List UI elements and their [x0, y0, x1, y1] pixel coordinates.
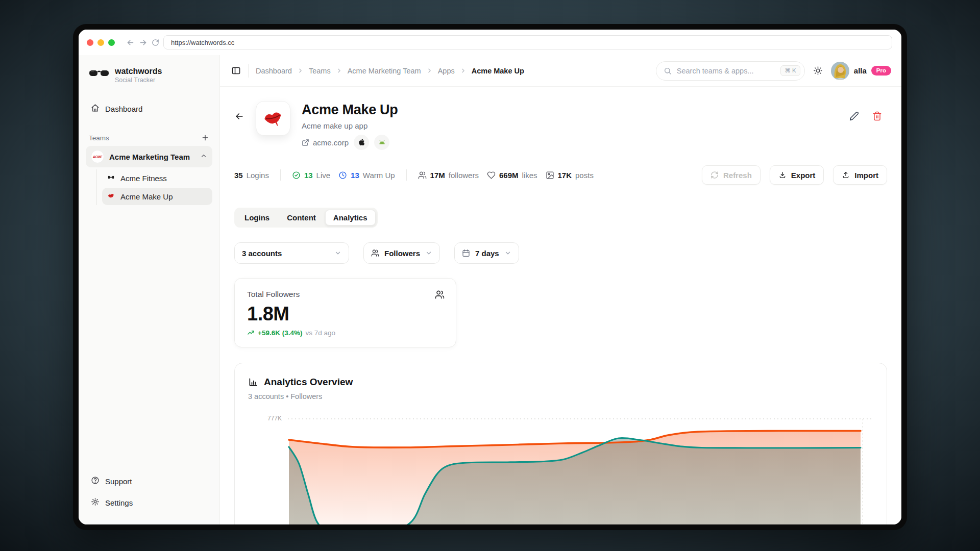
delta-period: vs 7d ago — [305, 329, 335, 337]
chevron-right-icon — [460, 67, 467, 74]
close-window-button[interactable] — [87, 39, 93, 46]
search-placeholder: Search teams & apps... — [677, 67, 776, 75]
forward-nav-icon[interactable] — [139, 38, 148, 47]
filter-bar: 3 accounts Followers 7 d — [234, 242, 887, 264]
url-text: https://watchwords.cc — [171, 39, 234, 46]
app-subtitle: Acme make up app — [302, 121, 398, 130]
theme-toggle-sun-icon[interactable] — [813, 66, 823, 76]
breadcrumb-team[interactable]: Acme Marketing Team — [348, 67, 421, 75]
team-name: Acme Marketing Team — [109, 153, 190, 161]
chart-canvas — [288, 413, 873, 524]
topbar: Dashboard Teams Acme Marketing Team Apps… — [220, 55, 901, 87]
sidebar-item-settings[interactable]: Settings — [86, 493, 212, 512]
image-icon — [546, 171, 554, 180]
total-followers-value: 1.8M — [247, 303, 444, 325]
metric-dropdown[interactable]: Followers — [363, 242, 440, 264]
home-icon — [91, 104, 100, 114]
clock-icon — [338, 171, 347, 180]
refresh-icon — [710, 171, 719, 179]
add-team-button[interactable] — [201, 134, 209, 142]
android-store-icon[interactable] — [374, 135, 389, 150]
stats-row: 35 Logins 13 Live — [234, 165, 887, 185]
total-followers-card: Total Followers 1.8M +59.6K (3.4%) vs 7d… — [234, 278, 456, 347]
stat-followers: 17M followers — [418, 171, 479, 180]
tab-content[interactable]: Content — [279, 210, 324, 226]
date-range-dropdown[interactable]: 7 days — [454, 242, 519, 264]
sidebar-app-acme-fitness[interactable]: Acme Fitness — [102, 169, 212, 187]
apple-store-icon[interactable] — [354, 135, 369, 150]
accounts-dropdown-value: 3 accounts — [242, 249, 282, 258]
teams-section-label: Teams — [89, 134, 109, 142]
tab-analytics[interactable]: Analytics — [325, 210, 376, 226]
lips-icon — [107, 192, 115, 201]
breadcrumb: Dashboard Teams Acme Marketing Team Apps… — [256, 67, 524, 75]
sidebar: watchwords Social Tracker Dashboard Team… — [79, 55, 220, 524]
upload-icon — [842, 171, 850, 179]
trending-up-icon — [247, 329, 255, 337]
acme-team-logo: ACME — [91, 150, 104, 163]
back-nav-icon[interactable] — [126, 38, 135, 47]
pro-badge: Pro — [871, 66, 891, 76]
users-icon — [435, 290, 445, 302]
delete-trash-icon[interactable] — [872, 111, 882, 121]
refresh-button[interactable]: Refresh — [702, 165, 761, 185]
app-hero: Acme Make Up Acme make up app acme.corp — [234, 101, 887, 150]
browser-toolbar: https://watchwords.cc — [79, 30, 901, 55]
calendar-icon — [462, 249, 470, 257]
total-followers-label: Total Followers — [247, 290, 444, 299]
app-logo-lips — [256, 101, 290, 136]
import-button[interactable]: Import — [833, 165, 887, 185]
traffic-lights — [87, 39, 115, 46]
stat-posts: 17K posts — [546, 171, 594, 180]
minimize-window-button[interactable] — [97, 39, 104, 46]
url-bar[interactable]: https://watchwords.cc — [163, 35, 892, 49]
app-external-link[interactable]: acme.corp — [302, 138, 349, 147]
breadcrumb-teams[interactable]: Teams — [309, 67, 331, 75]
avatar — [831, 62, 849, 80]
stat-warm-up: 13 Warm Up — [338, 171, 395, 180]
stat-likes: 669M likes — [487, 171, 537, 180]
sidebar-item-label: Dashboard — [105, 105, 142, 113]
tab-logins[interactable]: Logins — [236, 210, 278, 226]
sidebar-item-label: Support — [105, 477, 132, 486]
users-icon — [418, 171, 427, 180]
edit-pencil-icon[interactable] — [849, 111, 859, 121]
sidebar-item-dashboard[interactable]: Dashboard — [86, 99, 212, 118]
reload-icon[interactable] — [152, 39, 159, 46]
breadcrumb-apps[interactable]: Apps — [438, 67, 455, 75]
breadcrumb-dashboard[interactable]: Dashboard — [256, 67, 292, 75]
sidebar-toggle-icon[interactable] — [231, 66, 241, 76]
chevron-right-icon — [336, 67, 342, 74]
tab-bar: Logins Content Analytics — [234, 208, 378, 228]
chevron-down-icon — [425, 249, 432, 257]
app-label: Acme Make Up — [120, 192, 173, 201]
chevron-up-icon[interactable] — [200, 153, 207, 161]
brand-name: watchwords — [115, 66, 162, 77]
chevron-down-icon — [504, 249, 511, 257]
sidebar-team-acme-marketing[interactable]: ACME Acme Marketing Team — [86, 146, 212, 167]
sidebar-app-acme-make-up[interactable]: Acme Make Up — [102, 188, 212, 205]
dumbbell-icon — [107, 173, 115, 183]
accounts-dropdown[interactable]: 3 accounts — [234, 242, 349, 264]
app-label: Acme Fitness — [120, 174, 167, 183]
metric-dropdown-value: Followers — [384, 249, 420, 258]
analytics-overview-card: Analytics Overview 3 accounts • Follower… — [234, 363, 887, 524]
keyboard-shortcut-badge: ⌘ K — [780, 65, 800, 77]
back-arrow-icon[interactable] — [234, 111, 244, 123]
topbar-divider — [248, 64, 249, 78]
search-input[interactable]: Search teams & apps... ⌘ K — [656, 61, 805, 81]
user-menu[interactable]: alla Pro — [831, 62, 891, 80]
bar-chart-icon — [248, 377, 258, 387]
browser-window: https://watchwords.cc watchwords Soc — [73, 24, 907, 530]
external-link-icon — [302, 139, 309, 146]
followers-area-chart: 777K — [248, 413, 873, 524]
zoom-window-button[interactable] — [108, 39, 115, 46]
chart-title: Analytics Overview — [264, 377, 353, 388]
brand: watchwords Social Tracker — [86, 66, 212, 84]
delta-value: +59.6K (3.4%) — [258, 329, 302, 337]
sidebar-item-support[interactable]: Support — [86, 471, 212, 491]
app-link-text: acme.corp — [313, 138, 349, 147]
help-circle-icon — [91, 476, 100, 486]
stat-live: 13 Live — [292, 171, 330, 180]
export-button[interactable]: Export — [770, 165, 824, 185]
